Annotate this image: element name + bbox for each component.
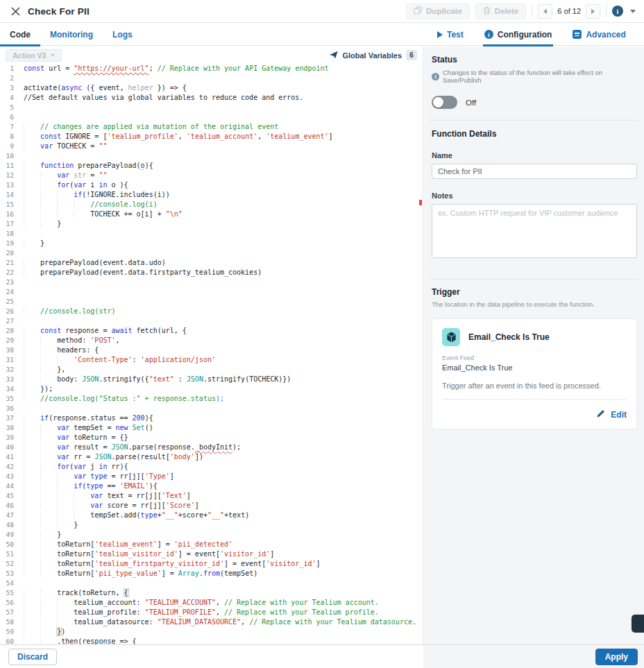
line-number: 49 <box>0 530 18 540</box>
code-line: 48 } <box>0 520 423 530</box>
code-line: 35 //console.log("Status :" + response.s… <box>0 394 423 404</box>
next-page-button[interactable] <box>586 4 600 19</box>
prev-page-button[interactable] <box>538 4 552 19</box>
chat-widget[interactable] <box>632 615 644 633</box>
code-line: 16 TOCHECK += o[i] + "\n" <box>0 209 423 219</box>
code-line: 34 }); <box>0 384 423 394</box>
line-number: 45 <box>0 491 18 501</box>
info-icon[interactable]: i <box>612 6 623 17</box>
line-number: 15 <box>0 200 18 209</box>
line-number: 42 <box>0 462 18 472</box>
line-number: 24 <box>0 287 18 297</box>
code-line: 3activate(async ({ event, helper }) => { <box>0 83 423 93</box>
line-number: 7 <box>0 122 18 132</box>
divider <box>442 399 627 400</box>
code-line: 24 <box>0 287 423 297</box>
tab-logs[interactable]: Logs <box>103 23 142 46</box>
code-line: 47 tempSet.add(type+"__"+score+"__"+text… <box>0 511 423 520</box>
code-line: 25 <box>0 297 423 307</box>
line-number: 11 <box>0 161 18 171</box>
code-line: 7 // changes are applied via mutation of… <box>0 122 423 132</box>
line-number: 18 <box>0 229 18 239</box>
line-number: 54 <box>0 579 18 588</box>
duplicate-icon <box>414 6 422 16</box>
code-line: 30 headers: { <box>0 345 423 355</box>
code-line: 31 'Content-Type': 'application/json' <box>0 355 423 365</box>
code-line: 18 <box>0 229 423 239</box>
line-number: 56 <box>0 598 18 608</box>
line-number: 41 <box>0 452 18 462</box>
tab-test[interactable]: Test <box>436 23 465 46</box>
name-label: Name <box>432 151 637 160</box>
code-line: 49 } <box>0 530 423 540</box>
code-line: 56 tealium_account: "TEALIUM_ACCOUNT", /… <box>0 598 423 608</box>
code-line: 26 //console.log(str) <box>0 307 423 316</box>
status-toggle[interactable] <box>432 96 457 109</box>
send-icon <box>330 49 338 62</box>
tab-code[interactable]: Code <box>0 23 40 46</box>
function-details-heading: Function Details <box>432 129 637 139</box>
event-feed-label: Event Feed <box>442 354 627 361</box>
code-line: 43 var type = rr[j]['Type'] <box>0 472 423 481</box>
delete-button[interactable]: Delete <box>475 3 527 19</box>
global-variables-count: 6 <box>406 50 417 60</box>
notes-field[interactable] <box>432 204 637 258</box>
tab-bar: Code Monitoring Logs Test i Configuratio… <box>0 23 644 46</box>
line-number: 13 <box>0 180 18 190</box>
code-line: 17 } <box>0 219 423 229</box>
info-icon: i <box>432 73 439 80</box>
code-line: 38 var tempSet = new Set() <box>0 423 423 433</box>
code-line: 12 var str = "" <box>0 171 423 180</box>
line-number: 20 <box>0 248 18 258</box>
pagination-label: 6 of 12 <box>557 7 581 15</box>
code-line: 51 toReturn['tealium_visitor_id'] = even… <box>0 549 423 559</box>
line-number: 17 <box>0 219 18 229</box>
line-number: 25 <box>0 297 18 307</box>
code-line: 33 body: JSON.stringify({"text" : JSON.s… <box>0 375 423 384</box>
discard-button[interactable]: Discard <box>8 649 57 665</box>
code-line: 54 <box>0 579 423 588</box>
tab-monitoring[interactable]: Monitoring <box>40 23 103 46</box>
line-number: 40 <box>0 443 18 452</box>
line-number: 37 <box>0 413 18 423</box>
code-line: 41 var rr = JSON.parse(result['body']) <box>0 452 423 462</box>
line-number: 9 <box>0 142 18 151</box>
code-line: 45 var text = rr[j]['Text'] <box>0 491 423 501</box>
tab-configuration[interactable]: i Configuration <box>483 23 554 46</box>
line-number: 12 <box>0 171 18 180</box>
code-line: 55 track(toReturn, { <box>0 588 423 598</box>
mode-dropdown[interactable]: Action V3 <box>6 49 62 62</box>
trigger-card: Email_Check Is True Event Feed Email_Che… <box>432 318 637 429</box>
tab-code-label: Code <box>10 30 31 40</box>
code-line: 13 for(var i in o ){ <box>0 180 423 190</box>
trigger-description: Trigger after an event in this feed is p… <box>442 382 627 390</box>
divider <box>606 5 607 17</box>
name-field[interactable] <box>432 164 637 179</box>
code-panel: Action V3 Global Variables 6 1const url … <box>0 46 423 644</box>
code-editor[interactable]: 1const url = "https://your-url"; // Repl… <box>0 64 423 644</box>
play-icon <box>437 31 443 38</box>
tab-advanced[interactable]: Advanced <box>571 23 627 46</box>
code-line: 10 <box>0 151 423 161</box>
line-number: 5 <box>0 103 18 112</box>
apply-button[interactable]: Apply <box>595 649 638 665</box>
global-variables-button[interactable]: Global Variables 6 <box>330 49 417 62</box>
code-line: 4//Set default values via global variabl… <box>0 93 423 103</box>
code-line: 20 <box>0 248 423 258</box>
caret-down-icon[interactable] <box>630 10 636 13</box>
duplicate-button[interactable]: Duplicate <box>406 3 470 19</box>
code-line: 32 }, <box>0 365 423 375</box>
tab-test-label: Test <box>447 30 464 40</box>
edit-trigger-button[interactable]: Edit <box>442 408 627 422</box>
line-number: 35 <box>0 394 18 404</box>
close-icon[interactable] <box>8 4 22 18</box>
code-line: 8 const IGNORE = ['tealium_profile', 'te… <box>0 132 423 142</box>
divider <box>430 279 638 280</box>
line-number: 27 <box>0 316 18 326</box>
line-number: 60 <box>0 637 18 644</box>
code-line: 59 }) <box>0 627 423 637</box>
code-line: 1const url = "https://your-url"; // Repl… <box>0 64 423 74</box>
code-line: 36 <box>0 404 423 413</box>
line-number: 23 <box>0 277 18 287</box>
code-line: 37 if(response.status == 200){ <box>0 413 423 423</box>
